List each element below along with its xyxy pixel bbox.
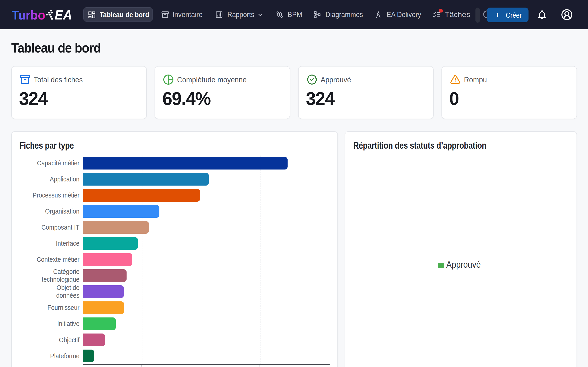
svg-text:EA: EA bbox=[55, 8, 72, 22]
svg-text:Turbo: Turbo bbox=[12, 8, 45, 22]
